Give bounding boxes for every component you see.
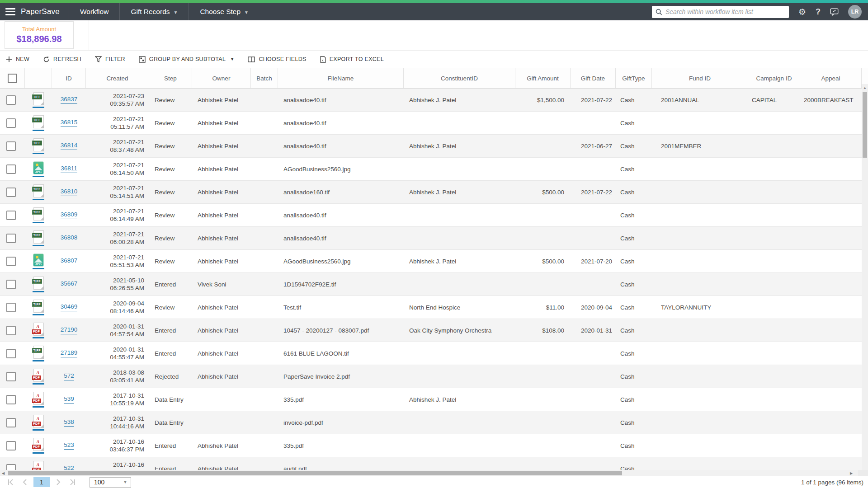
column-header-step[interactable]: Step xyxy=(149,68,192,88)
column-header-gifttype[interactable]: GiftType xyxy=(616,68,652,88)
column-header-id[interactable]: ID xyxy=(52,68,86,88)
table-row[interactable]: APDF5382017-10-3110:44:16 AMData Entryin… xyxy=(0,411,868,434)
table-row[interactable]: APDF5232017-10-1603:46:37 PMEnteredAbhis… xyxy=(0,434,868,457)
row-checkbox[interactable] xyxy=(6,188,16,197)
row-checkbox[interactable] xyxy=(6,234,16,243)
tiff-file-icon[interactable]: TIFF xyxy=(33,300,44,313)
next-page-button[interactable] xyxy=(52,477,64,487)
nav-item-choose-step[interactable]: Choose Step ▼ xyxy=(189,3,259,20)
row-checkbox[interactable] xyxy=(6,95,16,105)
row-checkbox[interactable] xyxy=(6,303,16,312)
tiff-file-icon[interactable]: TIFF xyxy=(33,346,44,359)
row-id-link[interactable]: 539 xyxy=(64,395,74,404)
previous-page-button[interactable] xyxy=(19,477,31,487)
row-checkbox[interactable] xyxy=(6,326,16,335)
row-id-link[interactable]: 36809 xyxy=(61,211,78,219)
pdf-file-icon[interactable]: APDF xyxy=(33,438,44,451)
pdf-file-icon[interactable]: APDF xyxy=(33,369,44,382)
row-checkbox[interactable] xyxy=(6,118,16,128)
current-page-button[interactable]: 1 xyxy=(33,477,50,487)
table-row[interactable]: TIFF356672021-05-1006:26:55 AMEnteredViv… xyxy=(0,273,868,296)
table-row[interactable]: TIFF368152021-07-2105:11:57 AMReviewAbhi… xyxy=(0,112,868,135)
row-id-link[interactable]: 30469 xyxy=(61,303,78,311)
column-header-constituentid[interactable]: ConstituentID xyxy=(404,68,515,88)
vertical-scrollbar-thumb[interactable] xyxy=(863,92,867,158)
help-icon[interactable]: ? xyxy=(816,7,821,17)
pdf-file-icon[interactable]: APDF xyxy=(33,461,44,470)
table-row[interactable]: TIFF368092021-07-2106:14:49 AMReviewAbhi… xyxy=(0,204,868,227)
column-header-appeal[interactable]: Appeal xyxy=(800,68,862,88)
scroll-right-arrow-icon[interactable]: ▶ xyxy=(848,470,854,476)
horizontal-scrollbar[interactable]: ◀ ▶ xyxy=(0,470,858,476)
column-header-doc-icon[interactable] xyxy=(25,68,52,88)
tiff-file-icon[interactable]: TIFF xyxy=(33,277,44,290)
table-row[interactable]: TIFF368372021-07-2309:35:57 AMReviewAbhi… xyxy=(0,89,868,112)
nav-item-gift-records[interactable]: Gift Records ▼ xyxy=(119,3,189,20)
scroll-left-arrow-icon[interactable]: ◀ xyxy=(0,470,6,476)
first-page-button[interactable] xyxy=(5,477,16,487)
last-page-button[interactable] xyxy=(67,477,79,487)
horizontal-scrollbar-thumb[interactable] xyxy=(8,471,622,475)
group-by-subtotal-button[interactable]: GROUP BY AND SUBTOTAL ▼ xyxy=(139,56,235,63)
row-id-link[interactable]: 572 xyxy=(64,372,74,380)
row-checkbox[interactable] xyxy=(6,441,16,450)
table-row[interactable]: TIFF368082021-07-2106:00:28 AMReviewAbhi… xyxy=(0,227,868,250)
tiff-file-icon[interactable]: TIFF xyxy=(33,184,44,197)
row-id-link[interactable]: 538 xyxy=(64,418,74,427)
table-row[interactable]: APDF5722018-03-0803:05:41 AMRejectedAbhi… xyxy=(0,365,868,388)
table-row[interactable]: APDF271902020-01-3104:57:54 AMEnteredAbh… xyxy=(0,319,868,342)
column-header-owner[interactable]: Owner xyxy=(192,68,251,88)
tiff-file-icon[interactable]: TIFF xyxy=(33,138,44,151)
jpg-file-icon[interactable]: JPG xyxy=(33,253,44,267)
row-checkbox[interactable] xyxy=(6,395,16,404)
column-header-select-all[interactable] xyxy=(0,68,25,88)
row-id-link[interactable]: 523 xyxy=(64,441,74,450)
export-to-excel-button[interactable]: x EXPORT TO EXCEL xyxy=(320,56,384,63)
nav-item-workflow[interactable]: Workflow xyxy=(69,3,119,20)
table-row[interactable]: TIFF304692020-09-0408:14:46 AMReviewAbhi… xyxy=(0,296,868,319)
row-checkbox[interactable] xyxy=(6,164,16,174)
tiff-file-icon[interactable]: TIFF xyxy=(33,115,44,128)
settings-gear-icon[interactable]: ⚙ xyxy=(798,7,806,17)
pdf-file-icon[interactable]: APDF xyxy=(33,323,44,336)
select-all-checkbox[interactable] xyxy=(8,74,17,83)
pdf-file-icon[interactable]: APDF xyxy=(33,392,44,405)
hamburger-menu-icon[interactable] xyxy=(5,8,15,15)
row-checkbox[interactable] xyxy=(6,349,16,358)
column-header-fund-id[interactable]: Fund ID xyxy=(652,68,748,88)
column-header-filename[interactable]: FileName xyxy=(278,68,404,88)
row-id-link[interactable]: 522 xyxy=(64,465,74,470)
refresh-button[interactable]: REFRESH xyxy=(43,56,81,63)
table-row[interactable]: APDF5222017-10-1603:43:19 PMEnteredAbhis… xyxy=(0,457,868,470)
row-checkbox[interactable] xyxy=(6,464,16,470)
row-id-link[interactable]: 36810 xyxy=(61,188,78,196)
jpg-file-icon[interactable]: JPG xyxy=(33,161,44,174)
tiff-file-icon[interactable]: TIFF xyxy=(33,92,44,105)
user-avatar[interactable]: LR xyxy=(848,5,862,19)
table-row[interactable]: TIFF368142021-07-2108:37:48 AMReviewAbhi… xyxy=(0,135,868,158)
row-id-link[interactable]: 36807 xyxy=(61,257,78,265)
pdf-file-icon[interactable]: APDF xyxy=(33,415,44,428)
table-row[interactable]: APDF5392017-10-3110:55:19 AMData Entry33… xyxy=(0,388,868,411)
row-id-link[interactable]: 27189 xyxy=(61,349,78,357)
row-checkbox[interactable] xyxy=(6,141,16,151)
tiff-file-icon[interactable]: TIFF xyxy=(33,230,44,244)
column-header-gift-amount[interactable]: Gift Amount xyxy=(515,68,571,88)
row-id-link[interactable]: 36814 xyxy=(61,142,78,150)
row-id-link[interactable]: 36837 xyxy=(61,96,78,104)
vertical-scrollbar[interactable]: ▲ xyxy=(862,84,868,470)
row-checkbox[interactable] xyxy=(6,280,16,289)
column-header-gift-date[interactable]: Gift Date xyxy=(571,68,616,88)
filter-button[interactable]: FILTER xyxy=(95,56,125,62)
table-row[interactable]: JPG368112021-07-2106:14:50 AMReviewAbhis… xyxy=(0,158,868,181)
column-header-batch[interactable]: Batch xyxy=(251,68,278,88)
tiff-file-icon[interactable]: TIFF xyxy=(33,207,44,221)
page-size-dropdown[interactable]: 100 ▼ xyxy=(90,477,131,488)
row-checkbox[interactable] xyxy=(6,418,16,427)
search-input[interactable] xyxy=(665,8,785,15)
row-id-link[interactable]: 27190 xyxy=(61,326,78,334)
feedback-icon[interactable] xyxy=(830,8,839,16)
row-checkbox[interactable] xyxy=(6,257,16,266)
new-button[interactable]: NEW xyxy=(6,56,29,62)
row-id-link[interactable]: 35667 xyxy=(61,280,78,288)
